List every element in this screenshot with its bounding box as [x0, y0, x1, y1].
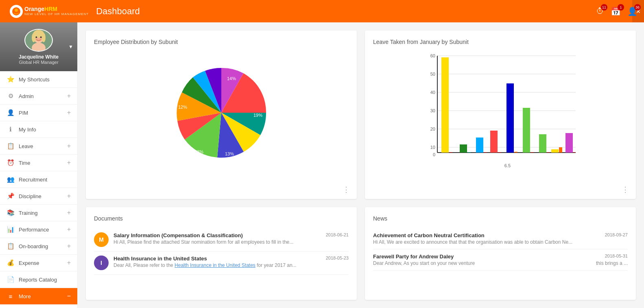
documents-title: Documents [94, 215, 349, 222]
gear-icon: ⚙ [7, 92, 15, 100]
plus-icon: + [67, 142, 71, 150]
nav-label: On-boarding [19, 243, 67, 249]
health-insurance-link[interactable]: Health Insurance in the United States [175, 262, 255, 268]
onboarding-icon: 📋 [7, 242, 15, 250]
calendar-button[interactable]: 📅 1 [611, 7, 621, 16]
leave-taken-card: Leave Taken from January by Subunit 60 [365, 31, 636, 199]
news-item-1: Achievement of Carbon Neutral Certificat… [373, 228, 628, 249]
discipline-icon: 📌 [7, 192, 15, 200]
profile-role: Global HR Manager [19, 60, 58, 65]
news-preview-2: Dear Andrew, As you start on your new ve… [373, 260, 628, 266]
svg-rect-35 [476, 138, 483, 153]
nav-label: My Info [19, 127, 71, 133]
sidebar-sub-announcements[interactable]: Announcements + [0, 305, 77, 308]
plus-icon: + [67, 192, 71, 200]
sidebar-item-leave[interactable]: 📋 Leave + [0, 138, 77, 155]
news-title-1[interactable]: Achievement of Carbon Neutral Certificat… [373, 232, 485, 238]
sidebar-item-performance[interactable]: 📊 Performance + [0, 221, 77, 238]
plus-icon: + [67, 259, 71, 266]
sidebar-item-onboarding[interactable]: 📋 On-boarding + [0, 238, 77, 255]
doc-content-1: Salary Information (Compensation & Class… [114, 232, 349, 245]
doc-title-1[interactable]: Salary Information (Compensation & Class… [114, 232, 243, 238]
sidebar-item-training[interactable]: 📚 Training + [0, 205, 77, 221]
svg-text:13%: 13% [194, 149, 203, 154]
svg-point-8 [42, 33, 46, 42]
news-title-2[interactable]: Farewell Party for Andrew Daley [373, 253, 454, 260]
bar-svg: 60 50 40 30 20 10 0 [373, 52, 628, 162]
plus-icon: + [67, 242, 71, 250]
profile-name: Jacqueline White [19, 54, 59, 60]
plus-icon: + [67, 109, 71, 116]
minus-icon: − [67, 293, 71, 300]
doc-preview-1: Hi All, Please find the attached Star no… [114, 239, 349, 245]
sidebar-item-expense[interactable]: 💰 Expense + [0, 255, 77, 271]
sidebar-item-my-info[interactable]: ℹ My Info [0, 121, 77, 138]
svg-rect-46 [559, 147, 562, 153]
svg-rect-45 [551, 149, 559, 153]
svg-point-1 [15, 9, 18, 12]
sidebar-item-discipline[interactable]: 📌 Discipline + [0, 188, 77, 205]
svg-text:30: 30 [430, 108, 435, 113]
user-button[interactable]: 👤 36 [627, 7, 637, 16]
news-preview-continuation: this brings a ... [596, 260, 628, 266]
nav-label: Reports Catalog [19, 277, 71, 283]
sidebar-profile[interactable]: Jacqueline White Global HR Manager ▼ [0, 22, 77, 71]
sidebar-item-recruitment[interactable]: 👥 Recruitment [0, 171, 77, 188]
svg-text:20: 20 [430, 127, 435, 131]
card-menu-bar[interactable]: ⋮ [622, 185, 629, 194]
clock-badge: 11 [601, 4, 607, 11]
star-icon: ⭐ [7, 75, 15, 83]
sidebar-item-my-shortcuts[interactable]: ⭐ My Shortcuts [0, 71, 77, 88]
svg-rect-32 [449, 152, 452, 153]
doc-preview-2: Dear All, Please refer to the Health Ins… [114, 262, 349, 268]
news-preview-1: Hi All, We are excited to announce that … [373, 239, 628, 245]
doc-item-2: I Health Insurance in the United States … [94, 251, 349, 275]
page-title: Dashboard [96, 6, 140, 17]
svg-rect-41 [523, 108, 530, 153]
svg-rect-44 [547, 152, 550, 153]
svg-text:14%: 14% [227, 76, 236, 81]
pie-chart: 14% 19% 13% 13% [94, 52, 349, 174]
clock-button[interactable]: ⏱ 11 [596, 7, 604, 16]
user-badge: 36 [634, 4, 641, 11]
sidebar-item-admin[interactable]: ⚙ Admin + [0, 88, 77, 105]
recruitment-icon: 👥 [7, 175, 15, 183]
person-icon: 👤 [7, 109, 15, 117]
reports-icon: 📄 [7, 275, 15, 284]
svg-rect-33 [460, 144, 467, 153]
plus-icon: + [67, 209, 71, 216]
news-content-1: Achievement of Carbon Neutral Certificat… [373, 232, 628, 245]
svg-point-10 [40, 37, 42, 38]
documents-card: Documents M Salary Information (Compensa… [86, 207, 357, 300]
sidebar-item-more[interactable]: ≡ More − [0, 288, 77, 305]
news-title: News [373, 215, 628, 222]
svg-text:10: 10 [430, 145, 435, 150]
svg-rect-38 [498, 152, 501, 153]
doc-date-1: 2018-06-21 [326, 232, 349, 237]
card-menu-pie[interactable]: ⋮ [343, 185, 350, 194]
news-date-2: 2018-05-31 [605, 253, 628, 258]
main-content: Employee Distribution by Subunit 14% 19% [78, 22, 644, 308]
sidebar-item-time[interactable]: ⏰ Time + [0, 155, 77, 171]
sidebar-item-pim[interactable]: 👤 PIM + [0, 105, 77, 121]
sidebar-item-reports-catalog[interactable]: 📄 Reports Catalog [0, 271, 77, 288]
svg-text:12%: 12% [178, 105, 187, 109]
svg-text:0: 0 [433, 152, 435, 157]
header-icons: ⏱ 11 📅 1 👤 36 [596, 7, 637, 16]
doc-title-2[interactable]: Health Insurance in the United States [114, 256, 207, 262]
svg-point-9 [35, 37, 37, 38]
svg-rect-39 [506, 83, 514, 153]
nav-label: PIM [19, 110, 67, 116]
avatar [24, 29, 53, 52]
news-content-2: Farewell Party for Andrew Daley 2018-05-… [373, 253, 628, 266]
nav-label: Time [19, 160, 67, 166]
header: OrangeHRM NEW LEVEL OF HR MANAGEMENT ✕ D… [0, 0, 644, 22]
news-item-2: Farewell Party for Andrew Daley 2018-05-… [373, 249, 628, 271]
svg-rect-34 [467, 152, 471, 153]
bar-chart-title: Leave Taken from January by Subunit [373, 39, 628, 45]
svg-rect-37 [490, 131, 498, 153]
bar-chart: 60 50 40 30 20 10 0 [373, 52, 628, 174]
svg-rect-48 [573, 152, 576, 153]
svg-text:13%: 13% [225, 151, 234, 156]
svg-rect-31 [441, 57, 449, 153]
